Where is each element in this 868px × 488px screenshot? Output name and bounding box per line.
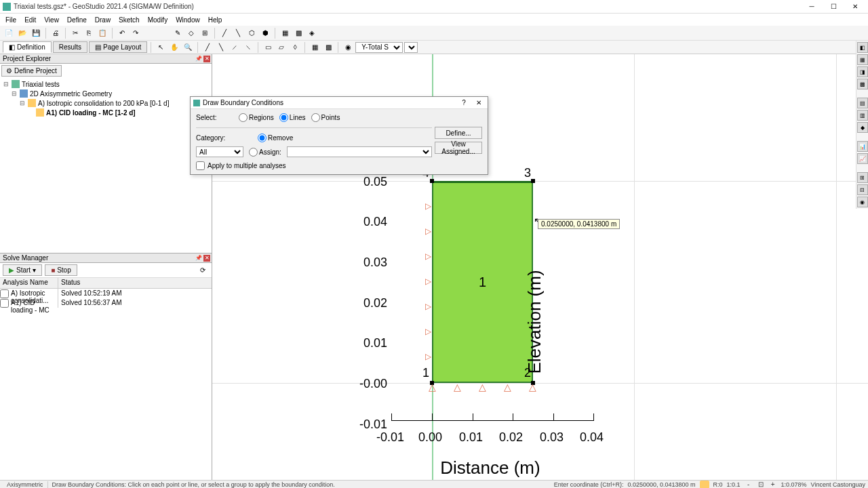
rt-tool-icon[interactable]: ⊟ — [857, 184, 868, 195]
menu-window[interactable]: Window — [172, 15, 204, 25]
col-analysis-name[interactable]: Analysis Name — [0, 278, 58, 288]
node-point[interactable] — [430, 179, 434, 183]
rt-tool-icon[interactable]: ⊞ — [857, 172, 868, 183]
dialog-close-icon[interactable]: ✕ — [473, 98, 485, 108]
start-button[interactable]: ▶ Start▾ — [3, 264, 42, 276]
paste-icon[interactable]: 📋 — [96, 27, 108, 39]
tab-results[interactable]: Results — [53, 41, 87, 53]
tool-icon[interactable]: ╱ — [218, 27, 231, 39]
pan-icon[interactable]: ✋ — [168, 41, 180, 54]
define-button[interactable]: Define... — [435, 127, 482, 139]
rt-tool-icon[interactable]: ◆ — [857, 122, 868, 133]
close-panel-icon[interactable]: ✕ — [203, 255, 210, 262]
rt-tool-icon[interactable]: ▦ — [857, 54, 868, 65]
new-icon[interactable]: 📄 — [3, 27, 15, 39]
close-panel-icon[interactable]: ✕ — [203, 56, 210, 62]
zoom-in-icon[interactable]: + — [769, 481, 777, 488]
print-icon[interactable]: 🖨 — [50, 27, 62, 39]
save-icon[interactable]: 💾 — [30, 27, 42, 39]
zoom-icon[interactable]: 🔍 — [182, 41, 194, 54]
line-tool-icon[interactable]: ╱ — [201, 41, 214, 54]
stress-combo-aux[interactable] — [404, 42, 418, 53]
mesh-icon[interactable]: ▦ — [309, 41, 321, 54]
menu-view[interactable]: View — [40, 15, 63, 25]
tree-analysis[interactable]: ⊟ A) Isotropic consolidation to 200 kPa … — [3, 98, 209, 108]
menu-define[interactable]: Define — [63, 15, 91, 25]
maximize-button[interactable]: ☐ — [823, 1, 844, 12]
tree-geometry[interactable]: ⊟ 2D Axisymmetric Geometry — [3, 89, 209, 98]
tool-icon[interactable]: ◇ — [185, 27, 197, 39]
top-boundary-line[interactable] — [432, 181, 533, 183]
tool-icon[interactable]: ╲ — [232, 27, 244, 39]
rt-tool-icon[interactable]: 📈 — [857, 153, 868, 164]
solve-row[interactable]: A) Isotropic consolidati... Solved 10:52… — [0, 289, 212, 298]
undo-icon[interactable]: ↶ — [116, 27, 128, 39]
node-point[interactable] — [531, 179, 535, 183]
solve-checkbox[interactable] — [0, 299, 9, 308]
region-tool-icon[interactable]: ◊ — [289, 41, 301, 54]
rt-tool-icon[interactable]: ◉ — [857, 197, 868, 207]
open-icon[interactable]: 📂 — [16, 27, 28, 39]
rt-tool-icon[interactable]: ▩ — [857, 79, 868, 89]
tool-icon[interactable]: ◈ — [306, 27, 318, 39]
line-tool-icon[interactable]: ⟍ — [242, 41, 254, 54]
tree-root[interactable]: ⊟ Triaxial tests — [3, 79, 209, 89]
menu-draw[interactable]: Draw — [91, 15, 115, 25]
draw-boundary-conditions-dialog[interactable]: Draw Boundary Conditions ? ✕ Select: Reg… — [190, 96, 488, 175]
tool-icon[interactable]: ⊞ — [199, 27, 211, 39]
category-combo[interactable]: All — [196, 146, 243, 157]
tool-icon[interactable]: ⬡ — [245, 27, 258, 39]
define-project-button[interactable]: ⚙ Define Project — [1, 65, 62, 77]
menu-file[interactable]: File — [1, 15, 20, 25]
copy-icon[interactable]: ⎘ — [83, 27, 95, 39]
tab-definition[interactable]: ◧Definition — [3, 41, 52, 53]
pin-icon[interactable]: 📌 — [195, 56, 202, 62]
radio-assign[interactable]: Assign: — [249, 148, 281, 157]
tool-icon[interactable]: ▦ — [279, 27, 291, 39]
rt-tool-icon[interactable]: ▤ — [857, 98, 868, 108]
zoom-out-icon[interactable]: - — [745, 481, 753, 488]
contour-icon[interactable]: ◉ — [342, 41, 354, 54]
tool-icon[interactable]: ▩ — [292, 27, 304, 39]
status-icon[interactable] — [700, 481, 709, 489]
solve-checkbox[interactable] — [0, 289, 9, 298]
rt-tool-icon[interactable]: ▥ — [857, 110, 868, 121]
menu-sketch[interactable]: Sketch — [115, 15, 144, 25]
pointer-icon[interactable]: ↖ — [155, 41, 167, 54]
close-button[interactable]: ✕ — [845, 1, 865, 12]
region-tool-icon[interactable]: ▭ — [262, 41, 274, 54]
solve-row[interactable]: A1) CID loading - MC Solved 10:56:37 AM — [0, 298, 212, 308]
refresh-icon[interactable]: ⟳ — [197, 264, 209, 277]
rt-tool-icon[interactable]: ◧ — [857, 42, 868, 53]
tool-icon[interactable]: ⬢ — [259, 27, 271, 39]
line-tool-icon[interactable]: ╲ — [215, 41, 227, 54]
radio-remove[interactable]: Remove — [258, 134, 293, 142]
dialog-help-icon[interactable]: ? — [458, 98, 470, 108]
pin-icon[interactable]: 📌 — [195, 255, 202, 262]
cut-icon[interactable]: ✂ — [69, 27, 81, 39]
region-tool-icon[interactable]: ▱ — [275, 41, 288, 54]
minimize-button[interactable]: ─ — [802, 1, 822, 12]
radio-points[interactable]: Points — [311, 113, 340, 122]
node-label: 3 — [524, 166, 531, 180]
mesh-icon[interactable]: ▩ — [322, 41, 334, 54]
menu-modify[interactable]: Modify — [144, 15, 172, 25]
col-status[interactable]: Status — [58, 278, 212, 288]
rt-tool-icon[interactable]: ◨ — [857, 66, 868, 77]
stress-combo[interactable]: Y-Total Stress — [355, 42, 403, 53]
radio-lines[interactable]: Lines — [279, 113, 306, 122]
apply-multi-checkbox[interactable]: Apply to multiple analyses — [196, 161, 432, 170]
stop-button[interactable]: ■ Stop — [45, 264, 77, 276]
zoom-fit-icon[interactable]: ⊡ — [757, 481, 765, 488]
tool-icon[interactable]: ✎ — [172, 27, 184, 39]
line-tool-icon[interactable]: ⟋ — [229, 41, 241, 54]
menu-help[interactable]: Help — [204, 15, 226, 25]
menu-edit[interactable]: Edit — [20, 15, 40, 25]
radio-regions[interactable]: Regions — [239, 113, 274, 122]
redo-icon[interactable]: ↷ — [130, 27, 142, 39]
assign-combo[interactable] — [287, 146, 432, 157]
tab-page-layout[interactable]: ▤Page Layout — [89, 41, 147, 53]
view-assigned-button[interactable]: View Assigned... — [435, 142, 482, 154]
tree-analysis-active[interactable]: A1) CID loading - MC [1-2 d] — [3, 108, 209, 117]
rt-tool-icon[interactable]: 📊 — [857, 141, 868, 152]
